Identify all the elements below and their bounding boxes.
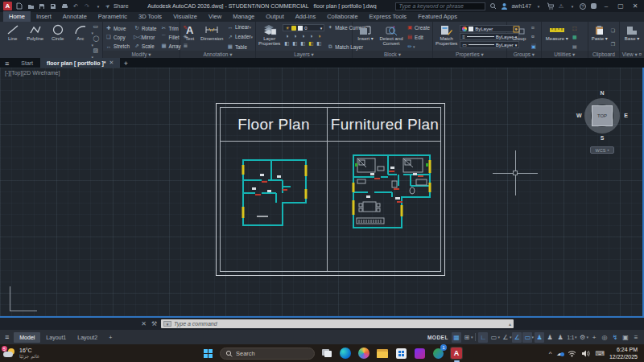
search-icon[interactable] xyxy=(489,2,497,10)
tab-insert[interactable]: Insert xyxy=(31,11,57,22)
qat-dropdown-icon[interactable]: ▾ xyxy=(94,2,102,10)
command-customize-icon[interactable]: ⚒ xyxy=(149,320,159,327)
file-tab-menu-icon[interactable]: ≡ xyxy=(0,60,14,68)
viewcube-west[interactable]: W xyxy=(576,113,582,118)
calculator-icon[interactable]: ▤ xyxy=(572,43,577,49)
array-button[interactable]: ▦Array xyxy=(161,42,181,51)
cut-clip-icon[interactable]: ❐ xyxy=(611,41,615,47)
clock[interactable]: 6:24 PM 12/22/2025 xyxy=(609,346,638,361)
tab-express-tools[interactable]: Express Tools xyxy=(364,11,413,22)
cart-icon[interactable] xyxy=(546,2,554,10)
annotation-monitor-icon[interactable]: + xyxy=(589,332,599,343)
drawing-canvas[interactable]: [-][Top][2D Wireframe] N W E TOP S WCS▾ … xyxy=(0,68,644,318)
leader-button[interactable]: ↗Leader ▾ xyxy=(227,34,253,40)
isolate-objects-icon[interactable]: ◎ xyxy=(600,332,609,343)
graphics-performance-icon[interactable]: ↯ xyxy=(610,332,620,343)
autoscale-icon[interactable]: ♟ xyxy=(545,332,555,343)
new-file-icon[interactable] xyxy=(15,2,23,10)
text-button[interactable]: A Text xyxy=(183,23,197,51)
osnap-angle-icon[interactable]: ∠ xyxy=(512,332,522,343)
annotation-scale-icon[interactable]: ♟ xyxy=(555,332,565,343)
insert-button[interactable]: Insert ▾ xyxy=(355,23,376,51)
panel-label-block[interactable]: Block ▾ xyxy=(353,51,432,58)
panel-label-annotation[interactable]: Annotation ▾ xyxy=(180,51,255,58)
ellipse-icon[interactable]: ◯ ▾ xyxy=(93,35,100,47)
instagram-app-button[interactable] xyxy=(413,347,426,360)
scale-button[interactable]: ⇗Scale xyxy=(134,42,157,51)
block-attributes-icon[interactable]: ✏▾ xyxy=(407,43,430,50)
tab-collaborate[interactable]: Collaborate xyxy=(321,11,363,22)
stretch-button[interactable]: ↔Stretch xyxy=(105,42,130,51)
panel-label-groups[interactable]: Groups ▾ xyxy=(507,51,541,58)
help-search-input[interactable]: Type a keyword or phrase xyxy=(395,2,485,10)
autodesk-account-icon[interactable] xyxy=(589,2,597,10)
copy-clip-icon[interactable]: ❏ xyxy=(611,27,615,33)
tab-home[interactable]: Home xyxy=(3,11,31,22)
match-properties-button[interactable]: Match Properties xyxy=(436,23,457,51)
tab-3d-tools[interactable]: 3D Tools xyxy=(133,11,167,22)
move-button[interactable]: ✚Move xyxy=(105,24,130,33)
tab-view[interactable]: View xyxy=(203,11,227,22)
panel-label-view[interactable]: View ▾ ¤ xyxy=(620,51,644,58)
start-button[interactable] xyxy=(201,347,214,360)
wifi-icon[interactable] xyxy=(568,350,576,357)
keyboard-language-icon[interactable]: ⌨ xyxy=(595,350,605,357)
minimize-button[interactable]: – xyxy=(601,2,612,10)
tab-annotate[interactable]: Annotate xyxy=(57,11,93,22)
autocad-taskbar-button[interactable]: A xyxy=(450,347,463,360)
panel-label-utilities[interactable]: Utilities ▾ xyxy=(542,51,588,58)
layout1-tab[interactable]: Layout1 xyxy=(40,332,72,343)
layout2-tab[interactable]: Layout2 xyxy=(72,332,103,343)
new-tab-button[interactable]: + xyxy=(121,60,130,68)
tab-output[interactable]: Output xyxy=(260,11,290,22)
weather-widget[interactable]: 5 16°C غائم جزئيًا xyxy=(0,348,201,359)
file-tab-document[interactable]: floor plan [ portfolio ]* ✕ xyxy=(40,58,120,68)
copy-button[interactable]: ❏Copy xyxy=(105,33,130,42)
group-button[interactable]: Group xyxy=(510,23,529,51)
tab-featured-apps[interactable]: Featured Apps xyxy=(412,11,463,22)
viewport-controls[interactable]: [-][Top][2D Wireframe] xyxy=(5,70,60,76)
clean-screen-icon[interactable]: ▣ xyxy=(621,332,630,343)
tab-visualize[interactable]: Visualize xyxy=(167,11,203,22)
group-edit-icon[interactable]: ⧇ xyxy=(531,34,536,39)
paste-button[interactable]: Paste ▾ xyxy=(591,23,609,51)
edge-app-button[interactable] xyxy=(339,347,352,360)
viewcube-south[interactable]: S xyxy=(580,135,625,141)
plot-icon[interactable] xyxy=(60,2,68,10)
line-button[interactable]: Line xyxy=(2,23,23,60)
fillet-button[interactable]: ⌒Fillet xyxy=(161,33,181,42)
new-layout-button[interactable]: + xyxy=(103,332,118,343)
annotation-visibility-icon[interactable]: ♟ xyxy=(535,332,544,343)
base-button[interactable]: Base ▾ xyxy=(622,23,642,51)
model-tab[interactable]: Model xyxy=(14,332,40,343)
tab-add-ins[interactable]: Add-ins xyxy=(290,11,321,22)
open-folder-icon[interactable] xyxy=(27,2,35,10)
save-as-icon[interactable] xyxy=(49,2,57,10)
wcs-dropdown[interactable]: WCS▾ xyxy=(590,146,614,154)
table-button[interactable]: ▦Table xyxy=(227,43,253,50)
edit-block-button[interactable]: ▤Edit xyxy=(407,34,430,40)
onedrive-icon[interactable]: ☁ xyxy=(556,350,563,357)
command-input[interactable]: ▾ Type a command ▴ xyxy=(161,319,514,328)
taskbar-search[interactable]: Search xyxy=(220,348,315,360)
ungroup-icon[interactable]: ⧈ xyxy=(531,25,536,31)
autocad-app-menu-icon[interactable]: A xyxy=(3,2,12,10)
file-tab-close-icon[interactable]: ✕ xyxy=(109,60,114,66)
polyline-button[interactable]: Polyline xyxy=(25,23,45,60)
arc-button[interactable]: Arc xyxy=(70,23,90,60)
signed-in-user[interactable]: awh147 xyxy=(511,3,531,9)
redo-icon[interactable]: ↷ xyxy=(83,2,91,10)
layer-dropdown[interactable]: ☀ 0 ▾ xyxy=(283,24,324,31)
command-scroll-icon[interactable]: ▴ xyxy=(509,321,511,327)
dimension-button[interactable]: Dimension xyxy=(200,23,225,51)
panel-label-properties[interactable]: Properties ▾ xyxy=(433,51,506,58)
viewcube-north[interactable]: N xyxy=(580,90,625,96)
create-block-button[interactable]: ▣Create xyxy=(407,24,430,31)
dynamic-input-icon[interactable]: ∟ xyxy=(478,332,488,343)
panel-label-layers[interactable]: Layers ▾ xyxy=(256,51,352,58)
user-dropdown-icon[interactable]: ▾ xyxy=(535,2,543,10)
layer-properties-button[interactable]: Layer Properties xyxy=(258,23,280,51)
linear-button[interactable]: ↔Linear ▾ xyxy=(227,24,253,30)
mirror-button[interactable]: ▷◁Mirror xyxy=(134,33,157,42)
circle-button[interactable]: Circle xyxy=(47,23,68,60)
